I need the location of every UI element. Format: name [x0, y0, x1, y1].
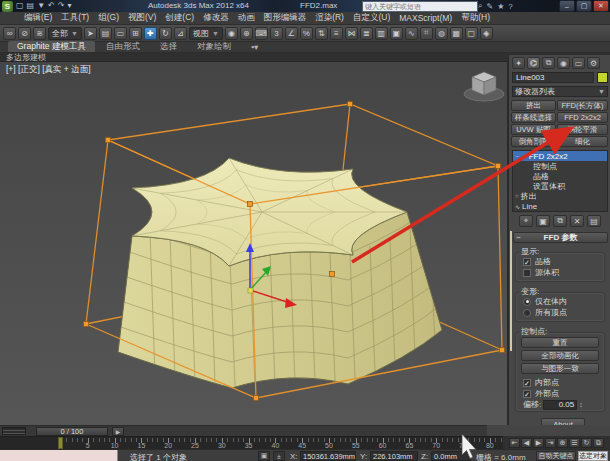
mirror-icon[interactable]: ⋈ [345, 27, 358, 40]
menu-item-9[interactable]: 自定义(U) [353, 12, 390, 24]
display-check-1-checkbox[interactable] [523, 269, 531, 277]
deform-radio-1[interactable]: 所有顶点 [523, 307, 567, 318]
help-icon[interactable]: ? [508, 2, 512, 11]
show-end-result-icon[interactable]: ▣ [536, 215, 550, 227]
selection-lock-icon[interactable]: ▣ [258, 451, 270, 461]
deform-radio-1-radio[interactable] [523, 309, 531, 317]
display-check-1[interactable]: 源体积 [523, 267, 559, 278]
select-object-icon[interactable]: ➤ [84, 27, 97, 40]
favorites-icon[interactable]: ★ [497, 2, 504, 11]
control-points-button-2[interactable]: 与图形一致 [521, 363, 599, 374]
app-menu-button[interactable]: S [2, 1, 13, 12]
object-name-field[interactable] [512, 72, 594, 83]
menu-item-4[interactable]: 创建(C) [165, 12, 194, 24]
motion-tab-icon[interactable]: ◉ [557, 57, 570, 69]
named-selection-sets-icon[interactable]: ≡ [330, 27, 343, 40]
rollout-scrollbar[interactable] [510, 231, 512, 351]
menu-item-10[interactable]: MAXScript(M) [399, 13, 452, 23]
selection-filter-dropdown[interactable]: 全部▼ [48, 27, 82, 40]
rectangular-selection-icon[interactable]: ▭ [114, 27, 127, 40]
project-folder-icon[interactable]: ▾ [67, 0, 71, 12]
schematic-view-icon[interactable]: ⌗ [420, 27, 433, 40]
modifier-button-1[interactable]: FFD(长方体) [557, 100, 608, 111]
open-file-icon[interactable]: ▤ [27, 0, 35, 12]
visibility-bulb-icon[interactable]: ○ [515, 193, 519, 199]
stack-item-1[interactable]: 控制点 [513, 161, 607, 171]
maximize-button[interactable]: ▢ [576, 0, 592, 12]
expander-icon[interactable]: − [515, 153, 521, 160]
search-input[interactable] [362, 1, 478, 12]
select-and-manipulate-icon[interactable]: ⊕ [240, 27, 253, 40]
maxscript-mini-listener[interactable] [0, 450, 118, 461]
utilities-tab-icon[interactable]: ⚙ [587, 57, 600, 69]
use-pivot-center-icon[interactable]: ◉ [225, 27, 238, 40]
modifier-button-5[interactable]: 涡轮平滑 [557, 124, 608, 135]
absolute-mode-icon[interactable]: ± [273, 451, 285, 461]
angle-snap-icon[interactable]: ∠ [285, 27, 298, 40]
stack-item-2[interactable]: 晶格 [513, 171, 607, 181]
curve-editor-icon[interactable]: ∿ [405, 27, 418, 40]
go-to-start-icon[interactable]: ⇤ [509, 438, 520, 448]
menu-item-1[interactable]: 工具(T) [61, 12, 89, 24]
undo-icon[interactable]: ↶ [48, 0, 55, 12]
communication-center-icon[interactable]: ✎ [486, 2, 493, 11]
orbit-icon[interactable]: ↻ [581, 438, 592, 448]
auto-key-button[interactable]: 自动关键点 [536, 451, 576, 461]
modifier-button-6[interactable]: 倒角剖面 [511, 136, 556, 147]
ribbon-tab-3[interactable]: 对象绘制 [188, 41, 240, 52]
menu-item-11[interactable]: 帮助(H) [461, 12, 490, 24]
zoom-icon[interactable]: ⊕ [557, 438, 568, 448]
point-check-1-checkbox[interactable]: ✓ [523, 390, 531, 398]
modifier-button-7[interactable]: 细化 [557, 136, 608, 147]
select-and-rotate-icon[interactable]: ↻ [159, 27, 172, 40]
render-setup-icon[interactable]: ▦ [450, 27, 463, 40]
viewcube[interactable] [464, 72, 504, 101]
ribbon-tab-1[interactable]: 自由形式 [97, 41, 149, 52]
deform-radio-0[interactable]: 仅在体内 [523, 296, 567, 307]
material-editor-icon[interactable]: ◍ [435, 27, 448, 40]
menu-item-3[interactable]: 视图(V) [128, 12, 156, 24]
mini-curve-editor-button[interactable] [2, 427, 26, 435]
coord-y-field[interactable]: 226.103mm [370, 451, 418, 461]
coord-x-field[interactable]: 150361.639mm [300, 451, 356, 461]
deform-radio-0-radio[interactable] [523, 298, 531, 306]
reference-coordsys-dropdown[interactable]: 视图▼ [189, 27, 223, 40]
graphite-toggle-icon[interactable]: ▣ [390, 27, 403, 40]
play-icon[interactable]: ▶ [533, 438, 544, 448]
display-check-0-checkbox[interactable]: ✓ [523, 258, 531, 266]
minimize-button[interactable]: – [559, 0, 575, 12]
pin-stack-icon[interactable]: ⌖ [519, 215, 533, 227]
close-button[interactable]: ✕ [593, 0, 609, 12]
stack-item-4[interactable]: ○挤出 [513, 191, 607, 201]
ribbon-tab-2[interactable]: 选择 [151, 41, 186, 52]
menu-item-5[interactable]: 修改器 [203, 12, 229, 24]
remove-modifier-icon[interactable]: ✕ [570, 215, 584, 227]
redo-icon[interactable]: ↷ [58, 0, 65, 12]
current-frame-marker[interactable] [58, 437, 63, 449]
viewport[interactable]: [+] [正交] [真实 + 边面] [0, 62, 508, 425]
menu-item-8[interactable]: 渲染(R) [315, 12, 344, 24]
display-tab-icon[interactable]: ▭ [572, 57, 585, 69]
new-scene-icon[interactable]: ▢ [16, 0, 24, 12]
modifier-button-2[interactable]: 样条线选择 [511, 112, 556, 123]
menu-item-0[interactable]: 编辑(E) [24, 12, 52, 24]
select-and-move-icon[interactable]: ✚ [144, 27, 157, 40]
window-crossing-icon[interactable]: ⊞ [129, 27, 142, 40]
time-slider[interactable]: 0 / 100 [36, 427, 108, 436]
point-check-1[interactable]: ✓外部点 [523, 388, 559, 399]
modifier-button-0[interactable]: 挤出 [511, 100, 556, 111]
previous-frame-icon[interactable]: ◀ [521, 438, 532, 448]
hierarchy-tab-icon[interactable]: ⧉ [542, 57, 555, 69]
create-tab-icon[interactable]: ✦ [512, 57, 525, 69]
menu-item-6[interactable]: 动画 [238, 12, 255, 24]
offset-spinner[interactable]: ↕ [579, 401, 583, 408]
polygon-modeling-panel[interactable]: 多边形建模 [6, 52, 46, 63]
ribbon-collapse-icon[interactable]: ▪▾ [242, 41, 267, 52]
coord-z-field[interactable]: 0.0mm [431, 451, 471, 461]
viewport-label[interactable]: [+] [正交] [真实 + 边面] [6, 64, 91, 76]
rendered-frame-icon[interactable]: ▢ [465, 27, 478, 40]
modify-tab-icon[interactable]: ⌬ [527, 57, 540, 69]
snaps-toggle-icon[interactable]: 3 [270, 27, 283, 40]
save-file-icon[interactable]: ▼ [37, 0, 45, 12]
object-color-swatch[interactable] [597, 72, 608, 83]
